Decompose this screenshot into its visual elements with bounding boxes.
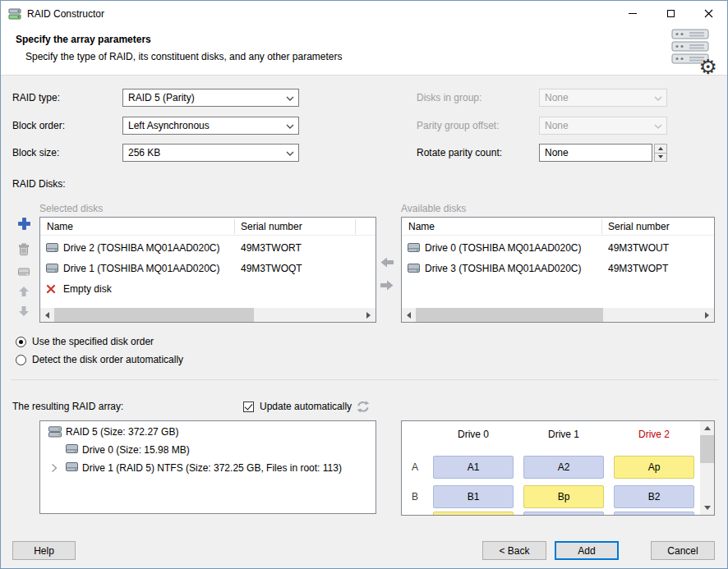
disk-name: Drive 1 (TOSHIBA MQ01AAD020C) <box>63 263 220 274</box>
scroll-up-button[interactable] <box>700 421 714 435</box>
update-automatically-checkbox[interactable]: Update automatically <box>243 400 352 413</box>
radio-detect-order-automatically[interactable]: Detect the disk order automatically <box>16 353 183 366</box>
scroll-right-button[interactable] <box>700 308 714 322</box>
spin-up-icon <box>658 147 663 150</box>
titlebar: RAID Constructor <box>1 1 727 26</box>
checkbox-icon <box>243 402 254 412</box>
column-header-serial[interactable]: Serial number <box>241 221 302 232</box>
hard-disk-icon <box>46 243 58 252</box>
disk-serial: 49M3TWOPT <box>608 263 668 274</box>
block-order-label: Block order: <box>12 120 65 131</box>
minimize-icon <box>629 13 637 14</box>
scroll-up-icon <box>704 426 711 430</box>
close-button[interactable] <box>689 1 727 26</box>
parity-group-offset-select[interactable]: None <box>539 117 667 135</box>
move-up-button[interactable] <box>16 283 32 300</box>
stripe-cell: B1 <box>433 485 514 508</box>
vertical-scrollbar[interactable] <box>700 421 714 515</box>
tree-row-raid[interactable]: RAID 5 (Size: 372.27 GB) <box>40 423 376 441</box>
disk-name: Drive 0 (TOSHIBA MQ01AAD020C) <box>425 242 582 254</box>
selected-disk-row[interactable]: Empty disk <box>40 278 376 299</box>
selected-disk-row[interactable]: Drive 2 (TOSHIBA MQ01AAD020C) 49M3TWORT <box>40 237 376 258</box>
page-subtitle: Specify the type of RAID, its constituen… <box>25 51 343 62</box>
column-header-serial[interactable]: Serial number <box>608 221 670 232</box>
hard-disk-icon <box>408 243 420 252</box>
horizontal-scrollbar[interactable] <box>40 308 376 322</box>
block-order-value: Left Asynchronous <box>128 120 210 131</box>
page-title: Specify the array parameters <box>16 34 151 45</box>
column-header-name[interactable]: Name <box>47 221 73 232</box>
parity-group-offset-label: Parity group offset: <box>417 120 500 131</box>
move-down-button[interactable] <box>16 303 32 319</box>
spinner <box>654 144 667 162</box>
scroll-left-button[interactable] <box>402 308 416 322</box>
back-button-label: < Back <box>499 545 529 557</box>
section-divider <box>11 379 719 380</box>
tree-label: Drive 1 (RAID 5) NTFS (Size: 372.25 GB, … <box>82 462 342 474</box>
maximize-icon <box>667 10 675 17</box>
help-button-label: Help <box>34 545 54 557</box>
add-button[interactable]: Add <box>555 541 619 560</box>
spin-down-button[interactable] <box>654 153 667 163</box>
back-button[interactable]: < Back <box>482 541 546 560</box>
scroll-right-button[interactable] <box>362 308 376 322</box>
hard-disk-icon <box>66 444 78 453</box>
cancel-button[interactable]: Cancel <box>651 541 715 560</box>
column-header-name[interactable]: Name <box>408 221 435 232</box>
minimize-button[interactable] <box>614 1 652 26</box>
scrollbar-thumb[interactable] <box>416 308 603 322</box>
add-empty-disk-button[interactable] <box>16 264 32 280</box>
raid-constructor-window: RAID Constructor Specify the array param… <box>0 0 728 569</box>
rotate-parity-count-input[interactable]: None <box>539 144 652 162</box>
scrollbar-thumb[interactable] <box>54 308 254 322</box>
add-disk-button[interactable] <box>16 215 32 232</box>
stripe-cell: A2 <box>523 456 604 479</box>
stripe-cell: Cp <box>433 512 514 516</box>
scroll-down-button[interactable] <box>700 501 714 515</box>
disks-in-group-value: None <box>545 92 569 103</box>
result-section-label: The resulting RAID array: <box>12 401 123 412</box>
radio-use-specified-order[interactable]: Use the specified disk order <box>16 335 154 348</box>
gear-icon: ⚙ <box>699 57 717 77</box>
column-divider[interactable] <box>234 219 235 234</box>
scrollbar-thumb[interactable] <box>700 435 714 463</box>
result-tree: RAID 5 (Size: 372.27 GB) Drive 0 (Size: … <box>39 420 376 514</box>
plus-icon <box>17 217 31 231</box>
block-order-select[interactable]: Left Asynchronous <box>122 117 299 135</box>
disk-name: Drive 3 (TOSHIBA MQ01AAD020C) <box>425 263 582 274</box>
tree-row-drive0[interactable]: Drive 0 (Size: 15.98 MB) <box>40 441 376 459</box>
available-disks-header[interactable]: Name Serial number <box>402 218 714 236</box>
chevron-down-icon <box>286 124 294 129</box>
arrow-up-icon <box>17 285 30 298</box>
window-controls <box>614 1 727 26</box>
move-to-selected-button[interactable] <box>379 254 395 270</box>
scroll-left-button[interactable] <box>40 308 54 322</box>
selected-disks-header[interactable]: Name Serial number <box>40 218 376 236</box>
move-to-available-button[interactable] <box>379 277 395 293</box>
remove-disk-button[interactable] <box>16 241 32 258</box>
tree-label: RAID 5 (Size: 372.27 GB) <box>66 426 178 438</box>
hard-disk-icon <box>46 264 58 273</box>
raid-type-label: RAID type: <box>12 92 60 103</box>
arrow-down-icon <box>17 305 30 318</box>
refresh-button[interactable] <box>355 398 371 415</box>
column-divider[interactable] <box>355 219 356 234</box>
scroll-left-icon <box>407 312 411 319</box>
scroll-right-icon <box>705 312 709 319</box>
selected-disk-row[interactable]: Drive 1 (TOSHIBA MQ01AAD020C) 49M3TWOQT <box>40 258 376 278</box>
column-divider[interactable] <box>601 219 602 234</box>
checkbox-label: Update automatically <box>260 401 352 412</box>
expand-chevron-icon[interactable] <box>51 463 58 473</box>
disk-name: Empty disk <box>63 283 112 295</box>
disks-in-group-select[interactable]: None <box>539 89 667 107</box>
horizontal-scrollbar[interactable] <box>402 308 714 322</box>
block-size-select[interactable]: 256 KB <box>122 144 299 162</box>
tree-row-drive1[interactable]: Drive 1 (RAID 5) NTFS (Size: 372.25 GB, … <box>40 459 376 477</box>
stripe-cell: C2 <box>614 512 694 516</box>
maximize-button[interactable] <box>652 1 689 26</box>
available-disk-row[interactable]: Drive 0 (TOSHIBA MQ01AAD020C) 49M3TWOUT <box>402 237 714 258</box>
help-button[interactable]: Help <box>12 541 76 560</box>
close-icon <box>704 9 713 18</box>
available-disk-row[interactable]: Drive 3 (TOSHIBA MQ01AAD020C) 49M3TWOPT <box>402 258 714 278</box>
raid-type-select[interactable]: RAID 5 (Parity) <box>122 89 299 107</box>
